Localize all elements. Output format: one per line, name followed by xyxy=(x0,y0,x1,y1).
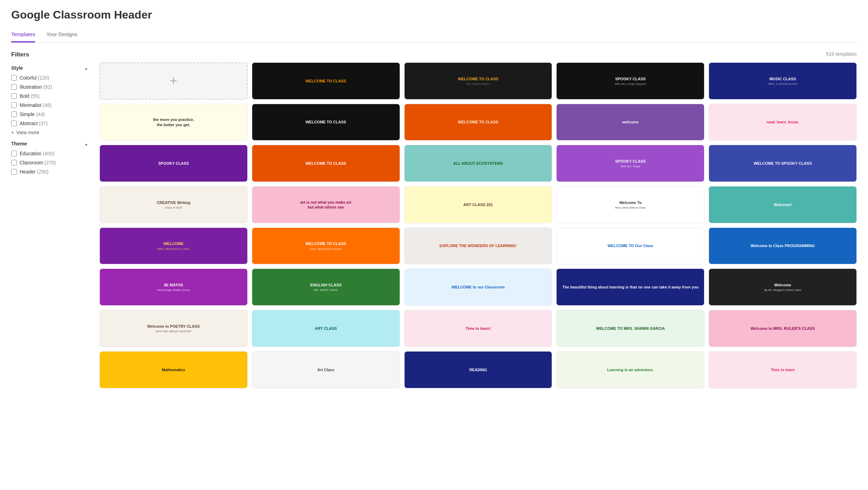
filter-simple-checkbox[interactable] xyxy=(11,111,17,117)
card-text: WELCOME TO CLASS xyxy=(305,79,346,83)
template-card[interactable]: WELCOME to our Classroom xyxy=(404,268,552,306)
filter-simple[interactable]: Simple (44) xyxy=(11,111,88,117)
page-title: Google Classroom Header xyxy=(11,8,857,21)
template-card[interactable]: Welcome to POETRY CLASSWITH MR. BAILEY D… xyxy=(99,310,248,347)
filter-education-checkbox[interactable] xyxy=(11,151,17,156)
template-card[interactable]: WELCOME TO CLASS xyxy=(404,104,552,141)
template-card[interactable]: WELCOME TO CLASS xyxy=(252,104,400,141)
card-text: 8E MATHS xyxy=(164,283,183,287)
template-card[interactable]: WelcomeBy Mr. Morgan's Online Class xyxy=(709,268,857,306)
template-card[interactable]: art is not what you make art but what ot… xyxy=(252,186,400,223)
card-content: Mathematics xyxy=(100,352,247,388)
card-text: Welcome To xyxy=(619,200,642,205)
template-card[interactable]: WELCOME TO CLASSMRS. BENSON'S ROOM xyxy=(252,227,400,265)
filter-header[interactable]: Header (250) xyxy=(11,169,88,175)
template-card[interactable]: Welcome ToMiss Olivia Wilson Class xyxy=(556,186,704,223)
card-text: Time to learn! xyxy=(466,326,491,331)
filter-illustration-checkbox[interactable] xyxy=(11,84,17,90)
template-card[interactable]: Welcome to MRS. RULER'S CLASS xyxy=(709,310,857,347)
template-card[interactable]: welcome xyxy=(556,104,704,141)
filter-illustration-label: Illustration (92) xyxy=(20,84,52,90)
style-view-more[interactable]: + View more xyxy=(11,130,88,135)
card-text: The beautiful thing about learning is th… xyxy=(562,285,698,290)
template-card[interactable]: Welcome! xyxy=(709,186,857,223)
add-template-button[interactable]: + xyxy=(100,63,247,99)
card-subtext: Northbridge Middle School xyxy=(157,288,190,292)
template-card[interactable]: WELCOME TO CLASS xyxy=(252,145,400,182)
filter-colorful-checkbox[interactable] xyxy=(11,75,17,81)
template-card[interactable]: the more you practice, the better you ge… xyxy=(99,104,248,141)
card-content: Welcome! xyxy=(709,186,856,223)
template-card[interactable]: READING xyxy=(404,351,552,388)
style-filter-section: Style ⌄ Colorful (120) Illustration (92)… xyxy=(11,65,88,135)
template-card[interactable]: WELCOME TO MRS. SHAWN GARCIA xyxy=(556,310,704,347)
template-card[interactable]: Learning is an adventure. xyxy=(556,351,704,388)
tab-your-designs[interactable]: Your Designs xyxy=(46,28,77,42)
filter-colorful[interactable]: Colorful (120) xyxy=(11,75,88,81)
filter-bold-checkbox[interactable] xyxy=(11,93,17,99)
template-card[interactable]: WELCOME TO SPOOKY CLASS xyxy=(709,145,857,182)
theme-filter-header[interactable]: Theme ⌄ xyxy=(11,141,88,147)
template-card[interactable]: The beautiful thing about learning is th… xyxy=(556,268,704,306)
filter-header-checkbox[interactable] xyxy=(11,169,17,175)
card-content: EXPLORE THE WONDERS OF LEARNING! xyxy=(405,228,552,264)
card-text: Time to learn xyxy=(771,367,794,372)
card-content: art is not what you make art but what ot… xyxy=(252,186,400,223)
card-text: ART CLASS xyxy=(315,326,337,331)
card-text: Welcome xyxy=(774,283,791,287)
style-label: Style xyxy=(11,65,23,71)
filter-education[interactable]: Education (400) xyxy=(11,151,88,156)
card-text: WELCOME TO CLASS xyxy=(305,161,346,166)
content-area: 519 templates +WELCOME TO CLASSWELCOME T… xyxy=(99,51,857,388)
card-text: WELCOME xyxy=(164,241,184,246)
filter-classroom-checkbox[interactable] xyxy=(11,160,17,165)
card-text: SPOOKY CLASS xyxy=(615,76,646,81)
template-card[interactable]: ART CLASS xyxy=(252,310,400,347)
template-card[interactable]: Time to learn xyxy=(709,351,857,388)
template-card[interactable]: ALL ABOUT ECOSYSTEMS xyxy=(404,145,552,182)
card-subtext: With Mrs. Cindy Claryson xyxy=(615,82,646,86)
template-card[interactable]: WELCOME TO CLASSMrs. Davis's Room xyxy=(404,62,552,100)
filter-education-label: Education (400) xyxy=(20,151,54,156)
filter-minimalist-checkbox[interactable] xyxy=(11,102,17,108)
template-card[interactable]: EXPLORE THE WONDERS OF LEARNING! xyxy=(404,227,552,265)
card-subtext: MRS. BENSON'S ROOM xyxy=(310,247,342,251)
template-card[interactable]: + xyxy=(99,62,248,100)
filter-minimalist[interactable]: Minimalist (48) xyxy=(11,102,88,108)
template-card[interactable]: Mathematics xyxy=(99,351,248,388)
template-card[interactable]: SPOOKY CLASSWith Mrs. Cindy Claryson xyxy=(556,62,704,100)
card-text: Welcome to POETRY CLASS xyxy=(147,324,200,329)
template-card[interactable]: WELCOME TO CLASS xyxy=(252,62,400,100)
template-card[interactable]: Time to learn! xyxy=(404,310,552,347)
filters-title: Filters xyxy=(11,51,88,58)
template-card[interactable]: ART CLASS 201 xyxy=(404,186,552,223)
template-card[interactable]: MUSIC CLASSMRS. CLAUDIA ALVES xyxy=(709,62,857,100)
card-text: CREATIVE Writing xyxy=(157,200,191,205)
card-content: WELCOME TO CLASS xyxy=(405,104,552,141)
card-content: Welcome ToMiss Olivia Wilson Class xyxy=(557,186,704,223)
filter-classroom[interactable]: Classroom (270) xyxy=(11,160,88,165)
card-subtext: Miss Olivia Wilson Class xyxy=(615,206,646,209)
card-content: ALL ABOUT ECOSYSTEMS xyxy=(405,145,552,182)
filter-simple-label: Simple (44) xyxy=(20,111,45,117)
filter-abstract[interactable]: Abstract (37) xyxy=(11,121,88,126)
card-content: WELCOME to our Classroom xyxy=(405,269,552,305)
filter-illustration[interactable]: Illustration (92) xyxy=(11,84,88,90)
template-card[interactable]: Art Class xyxy=(252,351,400,388)
template-card[interactable]: CREATIVE WritingClass of 2025 xyxy=(99,186,248,223)
template-card[interactable]: read. learn. know. xyxy=(709,104,857,141)
filter-bold[interactable]: Bold (55) xyxy=(11,93,88,99)
template-card[interactable]: ENGLISH CLASSMR. AVERY DAVIS xyxy=(252,268,400,306)
card-text: Welcome! xyxy=(774,202,792,207)
style-filter-header[interactable]: Style ⌄ xyxy=(11,65,88,71)
template-card[interactable]: SPOOKY CLASS xyxy=(99,145,248,182)
template-card[interactable]: WELCOMEMRS. BENSON'S CLASS xyxy=(99,227,248,265)
template-card[interactable]: 8E MATHSNorthbridge Middle School xyxy=(99,268,248,306)
template-card[interactable]: WELCOME TO Our Class xyxy=(556,227,704,265)
template-card[interactable]: SPOOKY CLASSWith Mrs. Bulge xyxy=(556,145,704,182)
card-text: READING xyxy=(469,367,487,372)
filter-bold-label: Bold (55) xyxy=(20,93,40,99)
tab-templates[interactable]: Templates xyxy=(11,28,35,42)
template-card[interactable]: Welcome to Class PROGRAMMING xyxy=(709,227,857,265)
filter-abstract-checkbox[interactable] xyxy=(11,121,17,126)
